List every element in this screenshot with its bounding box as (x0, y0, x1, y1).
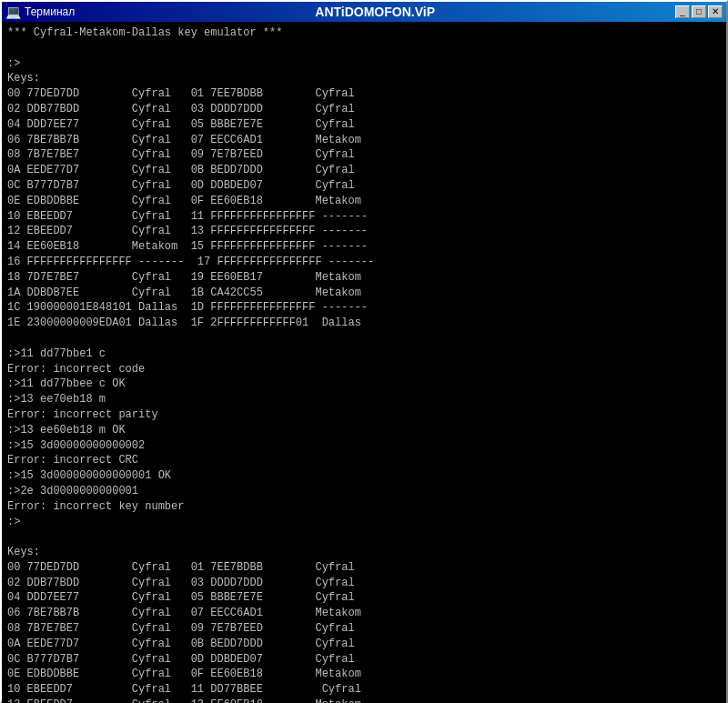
center-title: ANTiDOMOFON.ViP (75, 5, 675, 19)
minimize-button[interactable]: _ (675, 5, 690, 18)
window-title: Терминал (25, 5, 75, 18)
title-bar: 💻 Терминал ANTiDOMOFON.ViP _ □ ✕ (2, 2, 726, 22)
maximize-button[interactable]: □ (692, 5, 706, 18)
close-button[interactable]: ✕ (708, 5, 723, 18)
terminal-icon: 💻 (5, 5, 21, 20)
title-bar-left: 💻 Терминал (5, 5, 75, 20)
main-window: 💻 Терминал ANTiDOMOFON.ViP _ □ ✕ *** Cyf… (0, 0, 728, 703)
terminal-body[interactable]: *** Cyfral-Metakom-Dallas key emulator *… (2, 22, 726, 703)
title-bar-buttons: _ □ ✕ (675, 5, 723, 18)
terminal-wrapper: *** Cyfral-Metakom-Dallas key emulator *… (2, 22, 726, 703)
